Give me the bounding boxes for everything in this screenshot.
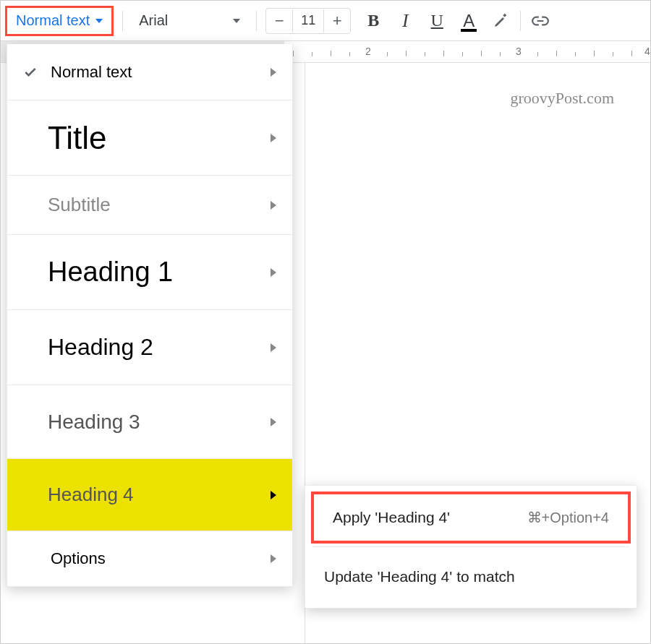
- link-icon: [531, 12, 550, 30]
- format-buttons: B I U A: [362, 9, 511, 33]
- style-label: Title: [48, 120, 271, 156]
- submenu-arrow-icon: [271, 491, 276, 499]
- paragraph-style-dropdown[interactable]: Normal text: [5, 6, 114, 36]
- style-label: Options: [48, 549, 271, 568]
- heading-4-submenu: Apply 'Heading 4' ⌘+Option+4 Update 'Hea…: [305, 485, 637, 609]
- submenu-label: Apply 'Heading 4': [333, 509, 450, 526]
- update-heading-4-item[interactable]: Update 'Heading 4' to match: [305, 549, 637, 605]
- style-option-heading-3[interactable]: Heading 3: [7, 385, 292, 459]
- text-color-button[interactable]: A: [458, 9, 480, 33]
- style-option-subtitle[interactable]: Subtitle: [7, 176, 292, 235]
- style-label: Heading 2: [48, 334, 271, 361]
- toolbar: Normal text Arial − + B I U A: [1, 1, 650, 41]
- submenu-arrow-icon: [271, 343, 276, 352]
- style-option-heading-4[interactable]: Heading 4: [7, 459, 292, 531]
- font-family-dropdown[interactable]: Arial: [132, 6, 247, 36]
- caret-down-icon: [233, 19, 240, 23]
- style-option-options[interactable]: Options: [7, 531, 292, 586]
- submenu-label: Update 'Heading 4' to match: [324, 568, 515, 585]
- submenu-arrow-icon: [271, 201, 276, 210]
- paragraph-style-label: Normal text: [16, 12, 90, 29]
- submenu-arrow-icon: [271, 134, 276, 142]
- paragraph-styles-menu: Normal text Title Subtitle Heading 1 Hea…: [7, 44, 293, 587]
- style-option-title[interactable]: Title: [7, 100, 292, 176]
- watermark-text: groovyPost.com: [510, 89, 614, 108]
- style-label: Heading 4: [48, 484, 271, 506]
- separator: [122, 11, 123, 31]
- submenu-arrow-icon: [271, 68, 276, 77]
- style-option-heading-1[interactable]: Heading 1: [7, 235, 292, 310]
- separator: [256, 11, 257, 31]
- ruler-number: 4: [644, 46, 650, 57]
- separator: [312, 546, 629, 547]
- style-label: Heading 1: [48, 257, 271, 288]
- submenu-arrow-icon: [271, 418, 276, 426]
- keyboard-shortcut: ⌘+Option+4: [527, 509, 609, 526]
- italic-button[interactable]: I: [394, 9, 416, 33]
- font-size-group: − +: [265, 8, 351, 34]
- insert-link-button[interactable]: [529, 9, 551, 33]
- highlight-color-button[interactable]: [490, 9, 511, 33]
- caret-down-icon: [95, 19, 103, 23]
- apply-heading-4-item[interactable]: Apply 'Heading 4' ⌘+Option+4: [311, 491, 631, 544]
- bold-button[interactable]: B: [362, 9, 384, 33]
- font-size-input[interactable]: [292, 9, 324, 33]
- ruler-number: 3: [516, 46, 522, 57]
- submenu-arrow-icon: [271, 268, 276, 277]
- submenu-arrow-icon: [271, 554, 276, 563]
- style-option-heading-2[interactable]: Heading 2: [7, 310, 292, 385]
- increase-font-size-button[interactable]: +: [324, 9, 350, 33]
- separator: [520, 11, 521, 31]
- style-label: Normal text: [48, 63, 271, 82]
- highlighter-icon: [492, 12, 509, 30]
- style-option-normal-text[interactable]: Normal text: [7, 44, 292, 100]
- decrease-font-size-button[interactable]: −: [266, 9, 292, 33]
- style-label: Subtitle: [48, 194, 271, 216]
- font-family-label: Arial: [139, 12, 168, 29]
- underline-button[interactable]: U: [426, 9, 448, 33]
- checkmark-icon: [23, 65, 48, 80]
- ruler-number: 2: [365, 46, 371, 57]
- style-label: Heading 3: [48, 411, 271, 434]
